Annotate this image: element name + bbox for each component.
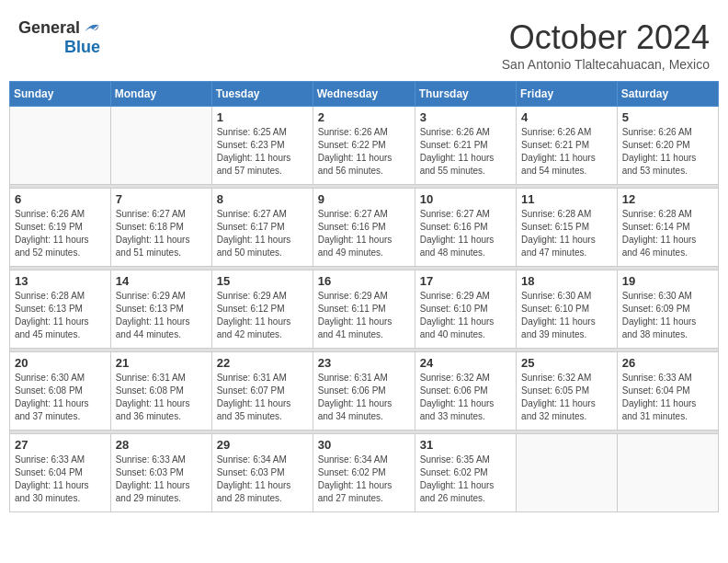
day-info: Sunrise: 6:28 AMSunset: 6:14 PMDaylight:… (622, 208, 713, 259)
calendar-cell: 16Sunrise: 6:29 AMSunset: 6:11 PMDayligh… (313, 270, 415, 349)
day-number: 13 (15, 274, 106, 288)
weekday-header-thursday: Thursday (415, 82, 516, 107)
location-title: San Antonio Tlaltecahuacan, Mexico (502, 57, 710, 72)
day-number: 16 (318, 274, 410, 288)
weekday-header-monday: Monday (110, 82, 211, 107)
calendar-cell: 29Sunrise: 6:34 AMSunset: 6:03 PMDayligh… (211, 434, 313, 512)
day-number: 20 (15, 356, 106, 370)
month-title: October 2024 (502, 18, 710, 57)
day-info: Sunrise: 6:34 AMSunset: 6:03 PMDaylight:… (217, 454, 308, 505)
day-number: 21 (116, 356, 207, 370)
day-info: Sunrise: 6:27 AMSunset: 6:18 PMDaylight:… (116, 208, 207, 259)
day-number: 30 (318, 438, 410, 452)
calendar-cell: 7Sunrise: 6:27 AMSunset: 6:18 PMDaylight… (110, 189, 211, 267)
day-number: 24 (420, 356, 511, 370)
day-info: Sunrise: 6:35 AMSunset: 6:02 PMDaylight:… (420, 454, 511, 505)
day-info: Sunrise: 6:29 AMSunset: 6:12 PMDaylight:… (217, 290, 308, 341)
day-number: 26 (622, 356, 713, 370)
day-info: Sunrise: 6:33 AMSunset: 6:03 PMDaylight:… (116, 454, 207, 505)
calendar-week-row: 20Sunrise: 6:30 AMSunset: 6:08 PMDayligh… (10, 352, 719, 431)
day-number: 1 (217, 110, 308, 124)
day-info: Sunrise: 6:29 AMSunset: 6:13 PMDaylight:… (116, 290, 207, 341)
calendar-cell: 30Sunrise: 6:34 AMSunset: 6:02 PMDayligh… (313, 434, 415, 512)
day-info: Sunrise: 6:33 AMSunset: 6:04 PMDaylight:… (15, 454, 106, 505)
day-info: Sunrise: 6:33 AMSunset: 6:04 PMDaylight:… (622, 372, 713, 423)
day-info: Sunrise: 6:27 AMSunset: 6:16 PMDaylight:… (420, 208, 511, 259)
day-info: Sunrise: 6:29 AMSunset: 6:10 PMDaylight:… (420, 290, 511, 341)
day-number: 14 (116, 274, 207, 288)
day-number: 3 (420, 110, 511, 124)
calendar-week-row: 13Sunrise: 6:28 AMSunset: 6:13 PMDayligh… (10, 270, 719, 349)
day-number: 18 (521, 274, 612, 288)
day-info: Sunrise: 6:30 AMSunset: 6:10 PMDaylight:… (521, 290, 612, 341)
weekday-header-friday: Friday (517, 82, 618, 107)
calendar-cell: 25Sunrise: 6:32 AMSunset: 6:05 PMDayligh… (517, 352, 618, 431)
logo-blue-text: Blue (64, 38, 100, 57)
page-header: General Blue October 2024 San Antonio Tl… (9, 9, 719, 76)
day-info: Sunrise: 6:28 AMSunset: 6:15 PMDaylight:… (521, 208, 612, 259)
day-info: Sunrise: 6:30 AMSunset: 6:09 PMDaylight:… (622, 290, 713, 341)
calendar-cell: 5Sunrise: 6:26 AMSunset: 6:20 PMDaylight… (617, 107, 718, 185)
day-number: 8 (217, 192, 308, 206)
calendar-cell: 26Sunrise: 6:33 AMSunset: 6:04 PMDayligh… (617, 352, 718, 431)
day-info: Sunrise: 6:25 AMSunset: 6:23 PMDaylight:… (217, 126, 308, 178)
day-info: Sunrise: 6:28 AMSunset: 6:13 PMDaylight:… (15, 290, 106, 341)
day-number: 29 (217, 438, 308, 452)
logo-bird-icon (82, 19, 100, 38)
day-number: 17 (420, 274, 511, 288)
weekday-header-sunday: Sunday (10, 82, 111, 107)
weekday-header-wednesday: Wednesday (313, 82, 415, 107)
day-number: 19 (622, 274, 713, 288)
day-number: 4 (521, 110, 612, 124)
calendar-cell: 31Sunrise: 6:35 AMSunset: 6:02 PMDayligh… (415, 434, 516, 512)
day-number: 15 (217, 274, 308, 288)
day-number: 5 (622, 110, 713, 124)
day-info: Sunrise: 6:27 AMSunset: 6:16 PMDaylight:… (318, 208, 410, 259)
calendar-cell: 28Sunrise: 6:33 AMSunset: 6:03 PMDayligh… (110, 434, 211, 512)
calendar-week-row: 6Sunrise: 6:26 AMSunset: 6:19 PMDaylight… (10, 189, 719, 267)
calendar-cell: 23Sunrise: 6:31 AMSunset: 6:06 PMDayligh… (313, 352, 415, 431)
calendar-cell: 21Sunrise: 6:31 AMSunset: 6:08 PMDayligh… (110, 352, 211, 431)
day-number: 22 (217, 356, 308, 370)
day-number: 7 (116, 192, 207, 206)
calendar-cell: 11Sunrise: 6:28 AMSunset: 6:15 PMDayligh… (517, 189, 618, 267)
title-block: October 2024 San Antonio Tlaltecahuacan,… (502, 18, 710, 72)
weekday-header-saturday: Saturday (617, 82, 718, 107)
calendar-cell: 17Sunrise: 6:29 AMSunset: 6:10 PMDayligh… (415, 270, 516, 349)
calendar-cell: 1Sunrise: 6:25 AMSunset: 6:23 PMDaylight… (211, 107, 313, 185)
logo-general-text: General (18, 18, 80, 38)
calendar-cell: 19Sunrise: 6:30 AMSunset: 6:09 PMDayligh… (617, 270, 718, 349)
weekday-header-tuesday: Tuesday (211, 82, 313, 107)
day-info: Sunrise: 6:34 AMSunset: 6:02 PMDaylight:… (318, 454, 410, 505)
day-number: 10 (420, 192, 511, 206)
day-info: Sunrise: 6:26 AMSunset: 6:22 PMDaylight:… (318, 126, 410, 178)
day-number: 31 (420, 438, 511, 452)
day-info: Sunrise: 6:31 AMSunset: 6:07 PMDaylight:… (217, 372, 308, 423)
calendar-cell: 14Sunrise: 6:29 AMSunset: 6:13 PMDayligh… (110, 270, 211, 349)
calendar-table: SundayMondayTuesdayWednesdayThursdayFrid… (9, 81, 719, 512)
calendar-cell: 6Sunrise: 6:26 AMSunset: 6:19 PMDaylight… (10, 189, 111, 267)
day-info: Sunrise: 6:26 AMSunset: 6:21 PMDaylight:… (420, 126, 511, 178)
day-info: Sunrise: 6:27 AMSunset: 6:17 PMDaylight:… (217, 208, 308, 259)
calendar-cell: 27Sunrise: 6:33 AMSunset: 6:04 PMDayligh… (10, 434, 111, 512)
calendar-cell (10, 107, 111, 185)
day-number: 25 (521, 356, 612, 370)
calendar-cell (110, 107, 211, 185)
logo: General Blue (18, 18, 100, 57)
day-number: 12 (622, 192, 713, 206)
calendar-cell (517, 434, 618, 512)
calendar-cell: 20Sunrise: 6:30 AMSunset: 6:08 PMDayligh… (10, 352, 111, 431)
calendar-cell: 15Sunrise: 6:29 AMSunset: 6:12 PMDayligh… (211, 270, 313, 349)
day-number: 27 (15, 438, 106, 452)
calendar-cell: 22Sunrise: 6:31 AMSunset: 6:07 PMDayligh… (211, 352, 313, 431)
day-info: Sunrise: 6:26 AMSunset: 6:19 PMDaylight:… (15, 208, 106, 259)
calendar-cell: 13Sunrise: 6:28 AMSunset: 6:13 PMDayligh… (10, 270, 111, 349)
calendar-cell: 3Sunrise: 6:26 AMSunset: 6:21 PMDaylight… (415, 107, 516, 185)
day-info: Sunrise: 6:31 AMSunset: 6:08 PMDaylight:… (116, 372, 207, 423)
day-info: Sunrise: 6:30 AMSunset: 6:08 PMDaylight:… (15, 372, 106, 423)
calendar-week-row: 1Sunrise: 6:25 AMSunset: 6:23 PMDaylight… (10, 107, 719, 185)
day-number: 9 (318, 192, 410, 206)
day-number: 11 (521, 192, 612, 206)
day-number: 2 (318, 110, 410, 124)
calendar-week-row: 27Sunrise: 6:33 AMSunset: 6:04 PMDayligh… (10, 434, 719, 512)
